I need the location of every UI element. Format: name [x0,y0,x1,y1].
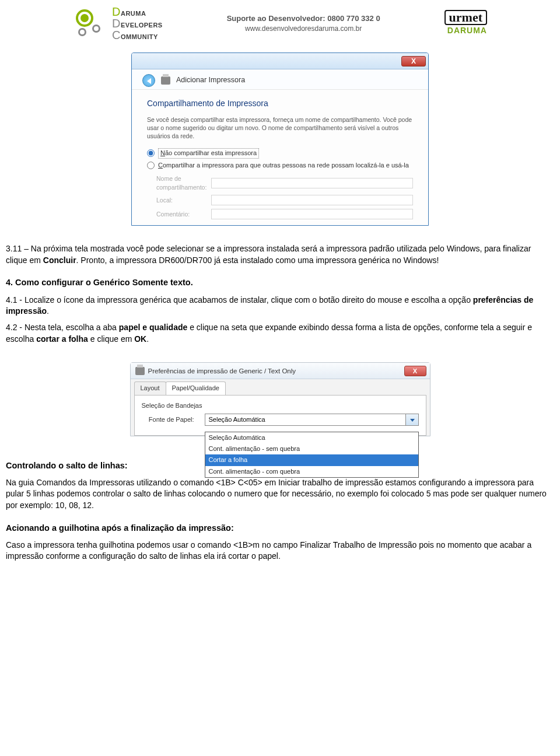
radio-no-share-input[interactable] [147,149,155,157]
input-comment[interactable] [211,209,413,219]
wizard-titlebar: X [132,53,428,69]
document-header: DARUMA DEVELOPERS COMMUNITY Suporte ao D… [0,0,560,44]
combo-option[interactable]: Cont. alimentação - com quebra [205,466,418,477]
paragraph-salto: Na guia Comandos da Impressoras utilizan… [6,477,554,512]
combo-value: Seleção Automática [209,415,265,424]
wizard-title: Adicionar Impressora [176,75,245,86]
prefs-titlebar: Preferências de impressão de Generic / T… [131,363,430,379]
tab-paper-quality[interactable]: Papel/Qualidade [166,382,226,394]
paragraph-3-11: 3.11 – Na próxima tela mostrada você pod… [6,243,554,266]
share-fields: Nome de compartilhamento: Local: Comentá… [147,174,413,219]
tab-panel-paper: Seleção de Bandejas Fonte de Papel: Sele… [134,395,426,436]
combo-option[interactable]: Seleção Automática [205,432,418,443]
combo-option[interactable]: Cont. alimentação - sem quebra [205,443,418,454]
combo-paper-source[interactable]: Seleção Automática [205,414,419,426]
back-icon[interactable] [142,74,155,87]
ddc-icon [76,9,108,37]
label-local: Local: [147,196,205,205]
paragraph-guilhotina: Caso a impressora tenha guilhotina podem… [6,540,554,562]
add-printer-wizard: X Adicionar Impressora Compartilhamento … [131,52,429,226]
group-trays: Seleção de Bandejas [142,401,419,410]
heading-guilhotina: Acionando a guilhotina após a finalizaçã… [6,522,554,534]
urmet-logo: urmet DARUMA [444,10,487,37]
ddc-wordmark: DARUMA DEVELOPERS COMMUNITY [112,6,163,41]
label-comment: Comentário: [147,210,205,219]
wizard-nav: Adicionar Impressora [132,69,428,90]
printer-icon [135,367,145,375]
prefs-tabs: Layout Papel/Qualidade [134,382,426,394]
close-button[interactable]: X [401,56,426,66]
radio-no-share[interactable]: Não compartilhar esta impressora [147,148,413,158]
close-button[interactable]: X [404,366,426,376]
document-body: 3.11 – Na próxima tela mostrada você pod… [0,243,560,590]
printer-icon [161,76,170,85]
prefs-title: Preferências de impressão de Generic / T… [148,366,296,376]
daruma-wordmark: DARUMA [444,25,487,37]
support-url: www.desenvolvedoresdaruma.com.br [227,24,380,34]
ddc-logo: DARUMA DEVELOPERS COMMUNITY [76,6,163,41]
wizard-blurb: Se você deseja compartilhar esta impress… [147,116,413,141]
heading-4: 4. Como configurar o Genérico Somente te… [6,276,554,288]
support-phone: Suporte ao Desenvolvedor: 0800 770 332 0 [227,13,380,24]
wizard-heading: Compartilhamento de Impressora [147,98,413,110]
tab-layout[interactable]: Layout [134,382,166,394]
input-share-name[interactable] [211,178,413,188]
label-paper-source: Fonte de Papel: [142,415,194,424]
label-share-name: Nome de compartilhamento: [147,174,205,191]
chevron-down-icon[interactable] [405,414,418,425]
paragraph-4-1: 4.1 - Localize o ícone da impressora gen… [6,295,554,317]
paragraph-4-2: 4.2 - Nesta tela, escolha a aba papel e … [6,322,554,345]
radio-share-input[interactable] [147,162,155,169]
support-info: Suporte ao Desenvolvedor: 0800 770 332 0… [227,13,380,34]
combo-option[interactable]: Cortar a folha [205,454,418,466]
input-local[interactable] [211,195,413,205]
combo-dropdown: Seleção AutomáticaCont. alimentação - se… [205,432,419,478]
radio-share[interactable]: Compartilhar a impressora para que outra… [147,161,413,170]
urmet-wordmark: urmet [444,10,487,25]
print-preferences-dialog: Preferências de impressão de Generic / T… [130,362,430,436]
